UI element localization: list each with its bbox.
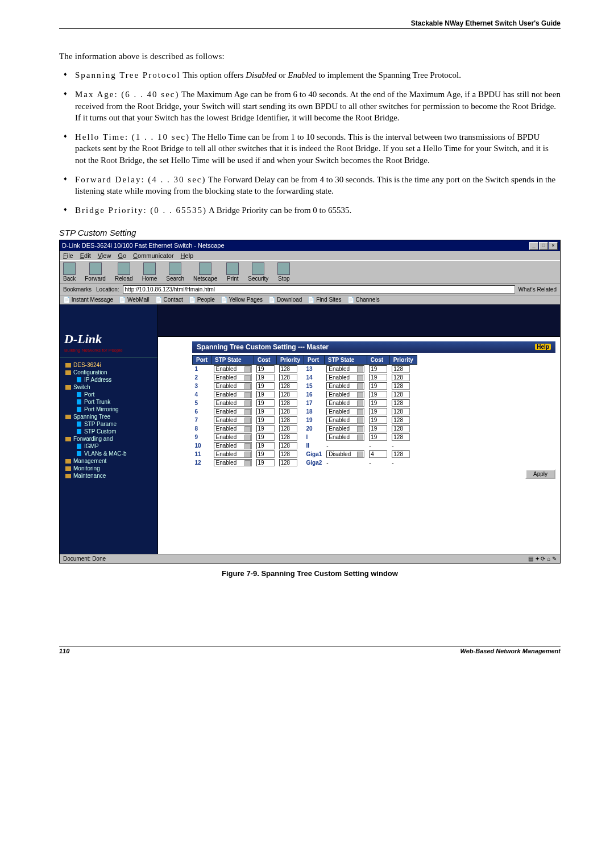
value-input[interactable]: 128 (279, 408, 297, 415)
sidebar-item[interactable]: IP Address (62, 376, 155, 383)
nav-toolbar[interactable]: BackForwardReloadHomeSearchNetscapePrint… (60, 260, 560, 284)
value-input[interactable]: 19 (369, 408, 387, 415)
value-input[interactable]: 19 (256, 382, 275, 390)
location-input[interactable]: http://10.10.86.123/html/Hmain.html (123, 285, 515, 294)
value-input[interactable]: 128 (392, 391, 410, 398)
sidebar-item[interactable]: Forwarding and (62, 435, 155, 443)
value-input[interactable]: 4 (369, 450, 387, 458)
value-input[interactable]: 128 (279, 365, 297, 373)
toolbar-home-button[interactable]: Home (142, 262, 157, 282)
toolbar-print-button[interactable]: Print (226, 262, 239, 282)
menu-bar[interactable]: FileEditViewGoCommunicatorHelp (60, 251, 560, 260)
channel-link[interactable]: 📄 Yellow Pages (221, 297, 263, 303)
menu-help[interactable]: Help (181, 252, 194, 259)
minimize-icon[interactable]: _ (529, 242, 538, 250)
stp-state-select[interactable]: Enabled (214, 399, 252, 407)
maximize-icon[interactable]: □ (539, 242, 548, 250)
window-buttons[interactable]: _□× (529, 241, 558, 250)
toolbar-security-button[interactable]: Security (248, 262, 268, 282)
stp-state-select[interactable]: Enabled (326, 416, 364, 424)
close-icon[interactable]: × (549, 242, 558, 250)
sidebar-item[interactable]: Spanning Tree (62, 413, 155, 420)
channel-link[interactable]: 📄 Download (268, 297, 302, 303)
stp-state-select[interactable]: Enabled (214, 442, 252, 449)
value-input[interactable]: 128 (279, 450, 297, 458)
value-input[interactable]: 128 (392, 416, 410, 424)
channel-link[interactable]: 📄 WebMail (119, 297, 150, 303)
toolbar-netscape-button[interactable]: Netscape (193, 262, 217, 282)
stp-state-select[interactable]: Enabled (326, 374, 364, 381)
channel-link[interactable]: 📄 Find Sites (308, 297, 341, 303)
value-input[interactable]: 128 (392, 374, 410, 381)
toolbar-back-button[interactable]: Back (63, 262, 76, 282)
bookmarks-label[interactable]: Bookmarks (63, 286, 92, 293)
menu-go[interactable]: Go (118, 252, 126, 259)
stp-state-select[interactable]: Enabled (214, 416, 252, 424)
value-input[interactable]: 128 (392, 433, 410, 441)
toolbar-search-button[interactable]: Search (166, 262, 184, 282)
stp-state-select[interactable]: Enabled (214, 459, 252, 466)
value-input[interactable]: 19 (369, 425, 387, 432)
window-titlebar[interactable]: D-Link DES-3624i 10/100 Fast Ethernet Sw… (60, 240, 560, 251)
value-input[interactable]: 128 (392, 382, 410, 390)
channel-link[interactable]: 📄 People (189, 297, 215, 303)
value-input[interactable]: 128 (392, 399, 410, 407)
stp-state-select[interactable]: Enabled (214, 374, 252, 381)
value-input[interactable]: 128 (392, 408, 410, 415)
value-input[interactable]: 19 (256, 374, 275, 381)
stp-state-select[interactable]: Enabled (326, 365, 364, 373)
value-input[interactable]: 128 (279, 416, 297, 424)
value-input[interactable]: 128 (392, 450, 410, 458)
toolbar-reload-button[interactable]: Reload (115, 262, 133, 282)
stp-state-select[interactable]: Enabled (326, 399, 364, 407)
apply-button[interactable]: Apply (525, 469, 555, 479)
value-input[interactable]: 19 (256, 416, 275, 424)
stp-state-select[interactable]: Enabled (214, 450, 252, 458)
nav-tree[interactable]: DES-3624iConfigurationIP AddressSwitchPo… (60, 358, 157, 483)
stp-state-select[interactable]: Enabled (214, 382, 252, 390)
value-input[interactable]: 128 (279, 425, 297, 432)
value-input[interactable]: 19 (256, 399, 275, 407)
value-input[interactable]: 128 (279, 382, 297, 390)
value-input[interactable]: 128 (279, 391, 297, 398)
sidebar-item[interactable]: Port (62, 391, 155, 398)
value-input[interactable]: 19 (369, 374, 387, 381)
value-input[interactable]: 128 (392, 425, 410, 432)
whats-related-button[interactable]: What's Related (518, 286, 557, 293)
channel-link[interactable]: 📄 Contact (155, 297, 183, 303)
channel-link[interactable]: 📄 Channels (347, 297, 380, 303)
stp-state-select[interactable]: Enabled (214, 408, 252, 415)
menu-file[interactable]: File (63, 252, 73, 259)
value-input[interactable]: 19 (256, 391, 275, 398)
sidebar-item[interactable]: STP Parame (62, 420, 155, 428)
value-input[interactable]: 19 (256, 442, 275, 449)
menu-view[interactable]: View (98, 252, 111, 259)
sidebar-item[interactable]: Maintenance (62, 472, 155, 479)
sidebar-item[interactable]: Switch (62, 383, 155, 391)
menu-edit[interactable]: Edit (80, 252, 91, 259)
sidebar-item[interactable]: Port Trunk (62, 398, 155, 406)
stp-state-select[interactable]: Enabled (326, 433, 364, 441)
stp-state-select[interactable]: Disabled (326, 450, 364, 458)
stp-state-select[interactable]: Enabled (214, 425, 252, 432)
value-input[interactable]: 19 (256, 408, 275, 415)
stp-state-select[interactable]: Enabled (214, 433, 252, 441)
value-input[interactable]: 128 (279, 442, 297, 449)
value-input[interactable]: 128 (392, 365, 410, 373)
channel-bar[interactable]: 📄 Instant Message📄 WebMail📄 Contact📄 Peo… (60, 295, 560, 304)
value-input[interactable]: 19 (369, 365, 387, 373)
sidebar-item[interactable]: IGMP (62, 443, 155, 450)
value-input[interactable]: 128 (279, 399, 297, 407)
value-input[interactable]: 19 (256, 365, 275, 373)
sidebar-item[interactable]: Port Mirroring (62, 406, 155, 413)
stp-state-select[interactable]: Enabled (326, 391, 364, 398)
value-input[interactable]: 19 (256, 433, 275, 441)
stp-state-select[interactable]: Enabled (326, 425, 364, 432)
value-input[interactable]: 19 (256, 425, 275, 432)
value-input[interactable]: 19 (369, 433, 387, 441)
toolbar-forward-button[interactable]: Forward (85, 262, 106, 282)
value-input[interactable]: 19 (369, 416, 387, 424)
help-button[interactable]: Help (535, 344, 551, 350)
sidebar-item[interactable]: STP Custom (62, 428, 155, 435)
stp-state-select[interactable]: Enabled (214, 391, 252, 398)
